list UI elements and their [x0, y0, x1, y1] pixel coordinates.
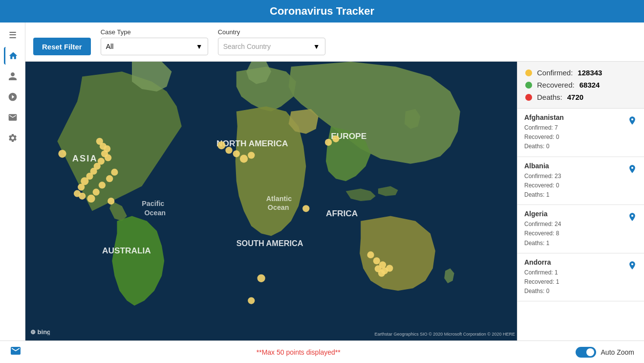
country-item[interactable]: Albania Confirmed: 23 Recovered: 0 Death… — [517, 157, 644, 205]
svg-point-46 — [325, 139, 332, 146]
footer-mail-icon[interactable] — [10, 345, 21, 359]
map-copyright: Earthstar Geographics SIO © 2020 Microso… — [375, 332, 515, 337]
svg-point-36 — [386, 265, 393, 272]
svg-point-39 — [225, 147, 232, 154]
svg-point-11 — [58, 150, 66, 158]
max-points-text: **Max 50 points displayed** — [31, 348, 566, 356]
deaths-label: Deaths: — [537, 93, 562, 101]
case-type-value: All — [106, 43, 114, 50]
country-filter: Country Search Country ▼ — [218, 28, 325, 55]
case-type-select[interactable]: All ▼ — [101, 38, 208, 55]
country-name: Albania — [524, 162, 623, 170]
country-stats: Confirmed: 7 Recovered: 0 Deaths: 0 — [524, 123, 623, 152]
case-type-chevron-icon: ▼ — [196, 43, 203, 50]
svg-text:SOUTH AMERICA: SOUTH AMERICA — [236, 239, 303, 248]
svg-text:AUSTRALIA: AUSTRALIA — [102, 246, 151, 255]
country-chevron-icon: ▼ — [313, 43, 320, 50]
summary-section: Confirmed: 128343 Recovered: 68324 Death… — [517, 62, 644, 109]
bing-logo: ⊕ bing — [30, 328, 50, 337]
location-pin-icon[interactable] — [627, 260, 637, 275]
deaths-summary-row: Deaths: 4720 — [525, 93, 636, 101]
reset-filter-button[interactable]: Reset Filter — [33, 38, 91, 55]
sidebar-settings-icon[interactable] — [4, 129, 21, 147]
country-stats: Confirmed: 1 Recovered: 1 Deaths: 0 — [524, 268, 623, 296]
sidebar-person-icon[interactable] — [4, 68, 21, 85]
sidebar-play-icon[interactable] — [4, 88, 21, 106]
auto-zoom-label: Auto Zoom — [601, 348, 634, 356]
svg-point-45 — [302, 205, 309, 212]
country-name: Afghanistan — [524, 113, 623, 121]
svg-point-26 — [93, 189, 100, 196]
country-label: Country — [218, 28, 325, 36]
sidebar-home-icon[interactable] — [4, 47, 21, 65]
toolbar: Reset Filter Case Type All ▼ Country Sea… — [25, 23, 644, 62]
sidebar-mail-icon[interactable] — [4, 109, 21, 126]
country-stats: Confirmed: 23 Recovered: 0 Deaths: 1 — [524, 172, 623, 200]
country-info: Algeria Confirmed: 24 Recovered: 8 Death… — [524, 210, 623, 248]
case-type-filter: Case Type All ▼ — [101, 28, 208, 55]
svg-point-22 — [78, 183, 85, 190]
confirmed-summary-row: Confirmed: 128343 — [525, 68, 636, 77]
svg-point-42 — [248, 152, 255, 159]
country-info: Andorra Confirmed: 1 Recovered: 1 Deaths… — [524, 258, 623, 296]
app-title: Coronavirus Tracker — [270, 5, 374, 17]
world-map[interactable]: ASIA NORTH AMERICA EUROPE Pacific Ocean … — [25, 62, 517, 340]
country-name: Algeria — [524, 210, 623, 218]
svg-point-24 — [79, 193, 86, 200]
svg-point-40 — [233, 150, 240, 157]
country-item[interactable]: Algeria Confirmed: 24 Recovered: 8 Death… — [517, 205, 644, 253]
stats-panel: Confirmed: 128343 Recovered: 68324 Death… — [517, 62, 644, 340]
country-stats: Confirmed: 24 Recovered: 8 Deaths: 1 — [524, 220, 623, 248]
country-info: Afghanistan Confirmed: 7 Recovered: 0 De… — [524, 113, 623, 152]
country-name: Andorra — [524, 258, 623, 266]
svg-text:Pacific: Pacific — [142, 200, 164, 207]
country-list[interactable]: Afghanistan Confirmed: 7 Recovered: 0 De… — [517, 109, 644, 340]
svg-point-44 — [248, 297, 255, 304]
location-pin-icon[interactable] — [627, 164, 637, 179]
svg-text:NORTH AMERICA: NORTH AMERICA — [216, 138, 288, 148]
app-header: Coronavirus Tracker — [0, 0, 644, 23]
svg-text:Atlantic: Atlantic — [266, 195, 292, 203]
svg-text:⊕ bing: ⊕ bing — [30, 328, 50, 335]
svg-point-31 — [367, 251, 374, 258]
recovered-label: Recovered: — [537, 81, 575, 89]
confirmed-label: Confirmed: — [537, 68, 573, 77]
country-item[interactable]: Andorra Confirmed: 1 Recovered: 1 Deaths… — [517, 253, 644, 302]
confirmed-dot — [525, 69, 532, 76]
svg-point-27 — [99, 182, 106, 188]
svg-point-30 — [107, 198, 114, 204]
auto-zoom-toggle[interactable] — [576, 347, 596, 358]
case-type-label: Case Type — [101, 28, 208, 36]
svg-text:Ocean: Ocean — [144, 209, 166, 217]
svg-point-38 — [217, 141, 225, 149]
recovered-summary-row: Recovered: 68324 — [525, 81, 636, 89]
auto-zoom-section: Auto Zoom — [576, 347, 634, 358]
svg-point-16 — [105, 154, 111, 161]
deaths-dot — [525, 94, 532, 101]
svg-point-41 — [240, 155, 248, 162]
country-search-placeholder: Search Country — [223, 43, 271, 50]
footer: **Max 50 points displayed** Auto Zoom — [0, 340, 644, 363]
location-pin-icon[interactable] — [627, 212, 637, 227]
svg-point-37 — [378, 270, 385, 276]
country-item[interactable]: Afghanistan Confirmed: 7 Recovered: 0 De… — [517, 109, 644, 157]
sidebar: ☰ — [0, 23, 25, 340]
sidebar-menu-icon[interactable]: ☰ — [4, 26, 21, 44]
svg-point-29 — [111, 169, 118, 176]
deaths-value: 4720 — [567, 93, 583, 101]
svg-point-32 — [373, 257, 380, 264]
svg-point-43 — [258, 274, 265, 282]
svg-text:ASIA: ASIA — [72, 153, 98, 163]
svg-point-28 — [106, 175, 113, 182]
recovered-dot — [525, 82, 532, 89]
location-pin-icon[interactable] — [627, 115, 637, 131]
country-info: Albania Confirmed: 23 Recovered: 0 Death… — [524, 162, 623, 200]
confirmed-value: 128343 — [578, 68, 602, 77]
svg-point-47 — [332, 136, 339, 142]
recovered-value: 68324 — [580, 81, 600, 89]
svg-text:Ocean: Ocean — [268, 204, 289, 211]
svg-text:AFRICA: AFRICA — [326, 208, 358, 218]
svg-point-25 — [87, 195, 95, 203]
country-select[interactable]: Search Country ▼ — [218, 38, 325, 55]
